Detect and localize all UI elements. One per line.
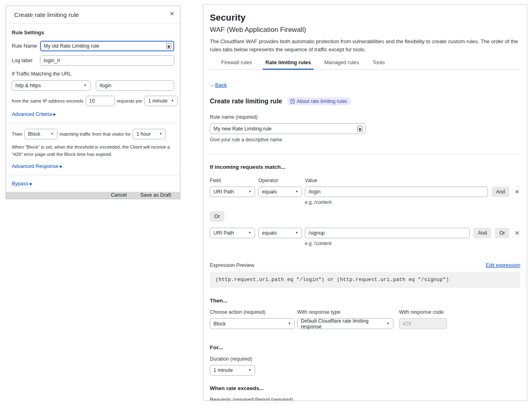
rule-name-help: Give your rule a descriptive name <box>210 137 520 143</box>
advanced-criteria-link[interactable]: Advanced Criteria ▶ <box>12 111 174 117</box>
expression-preview-label: Expression Preview <box>210 262 254 268</box>
waf-tabs: Firewall rules Rate limiting rules Manag… <box>210 59 520 70</box>
rate-exceeds-heading: When rate exceeds... <box>210 385 520 391</box>
close-icon[interactable]: ✕ <box>168 10 176 18</box>
rule-name-row: Rule Name <box>12 41 174 51</box>
chevron-down-icon: ▼ <box>288 322 291 325</box>
chevron-down-icon: ▼ <box>84 84 87 87</box>
chevron-down-icon: ▼ <box>248 190 251 193</box>
divider <box>6 123 180 123</box>
dialog-header: Create rate limiting rule ✕ <box>6 6 180 24</box>
expand-arrow-icon: ▶ <box>30 182 32 186</box>
log-label-row: Log label <box>12 55 174 66</box>
duration-select[interactable]: 1 minute ▼ <box>210 365 255 376</box>
back-arrow-icon: ← <box>210 82 215 88</box>
choose-action-label: Choose action (required) <box>210 309 295 315</box>
autofill-icon[interactable] <box>166 43 171 49</box>
action-select[interactable]: Block ▼ <box>210 318 295 329</box>
rule-name-label: Rule Name <box>12 43 40 49</box>
traffic-match-heading: If Traffic Matching the URL <box>12 71 174 77</box>
chevron-down-icon: ▼ <box>159 132 162 136</box>
remove-condition-icon[interactable]: ✕ <box>514 189 520 195</box>
dialog-body: Rule Settings Rule Name Log label If Tra… <box>6 24 180 192</box>
rule-name-label: Rule name (required) <box>210 114 520 120</box>
value-input[interactable] <box>305 187 488 197</box>
requests-label: Requests (required) <box>210 397 255 401</box>
threshold-prefix: from the same IP address exceeds <box>12 99 84 103</box>
edit-expression-link[interactable]: Edit expression <box>486 262 520 268</box>
dialog-footer: Cancel Save as Draft <box>6 192 180 199</box>
back-link[interactable]: ←Back <box>210 82 520 88</box>
tab-firewall-rules[interactable]: Firewall rules <box>220 59 253 69</box>
response-code-input <box>399 318 447 329</box>
then-row: Then Block ▼ matching traffic from that … <box>12 129 174 139</box>
field-select[interactable]: URI Path ▼ <box>210 187 255 197</box>
response-type-select[interactable]: Default Cloudflare rate limiting respons… <box>297 318 393 329</box>
ban-duration-select[interactable]: 1 hour ▼ <box>133 129 166 139</box>
value-help: e.g. /content <box>305 241 520 246</box>
rule-settings-heading: Rule Settings <box>12 30 174 36</box>
threshold-middle: requests per <box>117 99 143 103</box>
url-input[interactable] <box>96 80 175 91</box>
rule-name-input[interactable] <box>210 123 365 134</box>
log-label-input[interactable] <box>40 55 174 66</box>
divider <box>6 175 180 175</box>
chevron-down-icon: ▼ <box>295 190 298 193</box>
duration-label: Duration (required) <box>210 356 520 362</box>
scheme-select[interactable]: http & https ▼ <box>12 80 91 91</box>
response-code-label: With response code <box>399 309 447 315</box>
rule-name-input[interactable] <box>40 41 174 51</box>
chevron-down-icon: ▼ <box>51 132 54 136</box>
security-waf-panel: Security WAF (Web Application Firewall) … <box>203 4 527 401</box>
page-description: The Cloudflare WAF provides both automat… <box>210 38 520 53</box>
then-prefix: Then <box>12 132 22 136</box>
response-type-label: With response type <box>297 309 393 315</box>
log-label-label: Log label <box>12 58 40 63</box>
about-rate-limiting-badge[interactable]: About rate limiting rules <box>287 97 351 105</box>
threshold-requests-input[interactable] <box>86 96 115 106</box>
then-heading: Then... <box>210 298 520 304</box>
or-button[interactable]: Or <box>210 211 224 222</box>
chevron-down-icon: ▼ <box>171 99 174 103</box>
divider <box>210 154 520 154</box>
advanced-response-link[interactable]: Advanced Response ▶ <box>12 164 174 169</box>
tab-tools[interactable]: Tools <box>371 59 386 69</box>
chevron-down-icon: ▼ <box>386 322 390 325</box>
condition-column-headers: Field Operator Value <box>210 178 520 183</box>
save-as-draft-button[interactable]: Save as Draft <box>140 192 171 198</box>
threshold-row: from the same IP address exceeds request… <box>12 96 174 106</box>
threshold-period-select[interactable]: 1 minute ▼ <box>144 96 177 106</box>
or-button[interactable]: Or <box>495 228 509 238</box>
value-input[interactable] <box>305 228 470 238</box>
condition-row: URI Path ▼ equals ▼ And ✕ <box>210 187 520 197</box>
condition-row: URI Path ▼ equals ▼ And Or ✕ <box>210 228 520 238</box>
value-column-label: Value <box>305 178 317 183</box>
operator-select[interactable]: equals ▼ <box>258 187 302 197</box>
page-title: Security <box>210 13 520 23</box>
document-icon <box>290 99 295 104</box>
dialog-title: Create rate limiting rule <box>14 11 79 18</box>
operator-select[interactable]: equals ▼ <box>258 228 302 238</box>
autofill-icon[interactable] <box>357 126 363 132</box>
and-button[interactable]: And <box>492 187 509 197</box>
then-middle: matching traffic from that visitor for <box>59 132 131 136</box>
cancel-button[interactable]: Cancel <box>111 192 127 198</box>
expression-preview-code: (http.request.uri.path eq "/login") or (… <box>210 272 520 288</box>
value-help: e.g. /content <box>305 199 520 205</box>
and-button[interactable]: And <box>473 228 491 238</box>
page-subtitle: WAF (Web Application Firewall) <box>210 26 520 34</box>
field-column-label: Field <box>210 178 258 183</box>
remove-condition-icon[interactable]: ✕ <box>514 230 520 236</box>
rate-limit-dialog: Create rate limiting rule ✕ Rule Setting… <box>6 6 180 199</box>
field-select[interactable]: URI Path ▼ <box>210 228 255 238</box>
form-title: Create rate limiting rule <box>210 98 282 105</box>
tab-managed-rules[interactable]: Managed rules <box>323 59 360 69</box>
expand-arrow-icon: ▶ <box>53 112 56 116</box>
chevron-down-icon: ▼ <box>248 231 251 235</box>
block-note: When “Block” is set, when the threshold … <box>12 144 174 158</box>
action-select[interactable]: Block ▼ <box>24 129 57 139</box>
tab-rate-limiting-rules[interactable]: Rate limiting rules <box>264 59 312 69</box>
bypass-link[interactable]: Bypass ▶ <box>12 181 174 187</box>
operator-column-label: Operator <box>258 178 305 183</box>
for-heading: For... <box>210 344 520 350</box>
